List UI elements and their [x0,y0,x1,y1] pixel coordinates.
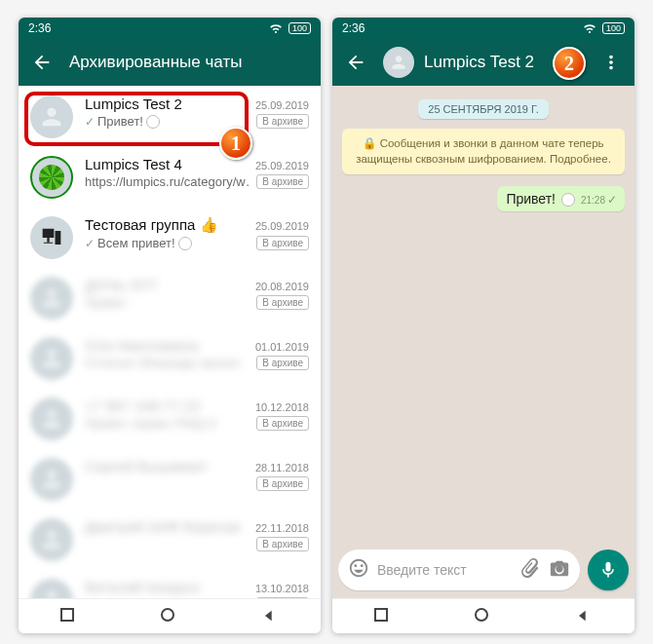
chat-avatar [30,398,73,440]
wifi-icon [268,19,284,38]
archive-badge: В архиве [256,476,309,491]
android-navbar [19,598,321,633]
chat-date: 25.09.2019 [255,220,309,232]
chat-avatar [30,579,73,598]
appbar-title: Архивированные чаты [69,53,315,72]
chat-avatar [30,156,73,199]
chat-avatar [30,458,73,501]
chat-date: 22.11.2018 [255,522,309,534]
archive-badge: В архиве [256,416,309,431]
chat-date: 20.08.2019 [255,281,309,292]
more-menu-button[interactable] [594,45,629,80]
chat-name: +7 967 108-77-22 [85,398,201,414]
chat-date: 10.12.2018 [255,401,309,413]
appbar-chat: Lumpics Test 2 [332,39,634,86]
chat-date: 13.10.2018 [255,583,309,594]
step-badge-1: 1 [219,127,252,160]
archive-badge: В архиве [256,356,309,370]
emoji-picker-icon[interactable] [348,557,369,583]
chat-date: 25.09.2019 [255,160,309,171]
message-text: Привет! [506,191,556,207]
delivered-tick-icon: ✓ [607,193,617,207]
chat-title[interactable]: Lumpics Test 2 [424,53,539,72]
chat-avatar[interactable] [383,47,414,78]
back-button[interactable] [24,45,59,80]
appbar-archived: Архивированные чаты [19,39,321,86]
step-badge-2: 2 [553,47,586,80]
nav-recent-icon[interactable] [60,608,78,625]
archived-chat-list[interactable]: Lumpics Test 225.09.2019✓Привет!В архиве… [19,86,321,598]
archive-badge: В архиве [256,537,309,551]
chat-preview: Отлично Whatsapp звонил [85,356,250,370]
chat-list-item[interactable]: Виталий Кинруск13.10.2018 В архиве [19,569,321,598]
chat-list-item[interactable]: ДОЧЬ ЛУТ20.08.2019ПриветВ архиве [19,267,321,327]
emoji-face-icon [561,193,575,207]
chat-input[interactable]: Введите текст [338,549,580,590]
chat-list-item[interactable]: Тестовая группа 👍25.09.2019✓Всем привет!… [19,207,321,267]
nav-recent-icon[interactable] [374,608,392,625]
chat-preview: https://lumpics.ru/category/w… [85,174,250,189]
chat-preview: Привет сервис РЖД О [85,416,250,431]
archive-badge: В архиве [256,295,309,310]
battery-indicator: 100 [288,22,311,34]
chat-list-item[interactable]: Дмитрий АИФ Бересан22.11.2018 В архиве [19,509,321,569]
phone-right-chat: 2:36 100 Lumpics Test 2 25 СЕНТЯБРЯ 2019… [332,18,634,633]
chat-list-item[interactable]: Lumpics Test 425.09.2019https://lumpics.… [19,146,321,207]
chat-preview: ✓Привет! [85,114,250,129]
android-navbar [332,598,634,633]
camera-icon[interactable] [549,557,570,583]
archive-badge: В архиве [256,174,309,189]
chat-name: Lumpics Test 4 [85,156,182,172]
attach-icon[interactable] [519,557,541,583]
status-time: 2:36 [342,21,365,35]
chat-list-item[interactable]: Lumpics Test 225.09.2019✓Привет!В архиве [19,86,321,146]
outgoing-message[interactable]: Привет! 21:28 ✓ [497,186,625,211]
nav-home-icon[interactable] [161,608,178,625]
statusbar: 2:36 100 [332,18,634,39]
chat-avatar [30,337,73,380]
chat-name: Оля Николаевна [85,337,199,354]
chat-avatar [30,95,73,138]
chat-name: Lumpics Test 2 [85,95,182,112]
chat-avatar [30,518,73,561]
archive-badge: В архиве [256,236,309,250]
mic-send-button[interactable] [588,549,629,590]
chat-name: Тестовая группа 👍 [85,216,218,234]
chat-list-item[interactable]: Сергей Вышивает28.11.2018 В архиве [19,448,321,509]
chat-preview: Привет [85,295,250,310]
chat-name: Сергей Вышивает [85,458,208,474]
chat-list-item[interactable]: +7 967 108-77-2210.12.2018Привет сервис … [19,388,321,448]
chat-avatar [30,277,73,320]
wifi-icon [582,19,597,38]
chat-list-item[interactable]: Оля Николаевна01.01.2019Отлично Whatsapp… [19,327,321,388]
status-time: 2:36 [28,21,51,35]
back-button[interactable] [338,45,373,80]
chat-date: 28.11.2018 [255,462,309,474]
date-pill: 25 СЕНТЯБРЯ 2019 Г. [418,99,548,119]
chat-body: 25 СЕНТЯБРЯ 2019 Г. 🔒 Сообщения и звонки… [332,86,634,544]
phone-left-archived-chats: 2:36 100 Архивированные чаты Lumpics Tes… [19,18,321,633]
chat-preview: ✓Всем привет! [85,236,250,250]
encryption-notice[interactable]: 🔒 Сообщения и звонки в данном чате тепер… [342,129,625,174]
input-placeholder: Введите текст [377,562,512,578]
chat-avatar [30,216,73,259]
chat-name: Дмитрий АИФ Бересан [85,518,241,535]
chat-name: Виталий Кинруск [85,579,200,595]
statusbar: 2:36 100 [19,18,321,39]
chat-date: 25.09.2019 [255,99,309,111]
chat-name: ДОЧЬ ЛУТ [85,277,157,293]
nav-home-icon[interactable] [475,608,492,625]
chat-date: 01.01.2019 [255,341,309,353]
battery-indicator: 100 [602,22,625,34]
nav-back-icon[interactable] [575,608,593,625]
archive-badge: В архиве [256,114,309,129]
chat-input-row: Введите текст [332,544,634,598]
nav-back-icon[interactable] [261,608,279,625]
message-time: 21:28 [581,195,605,206]
